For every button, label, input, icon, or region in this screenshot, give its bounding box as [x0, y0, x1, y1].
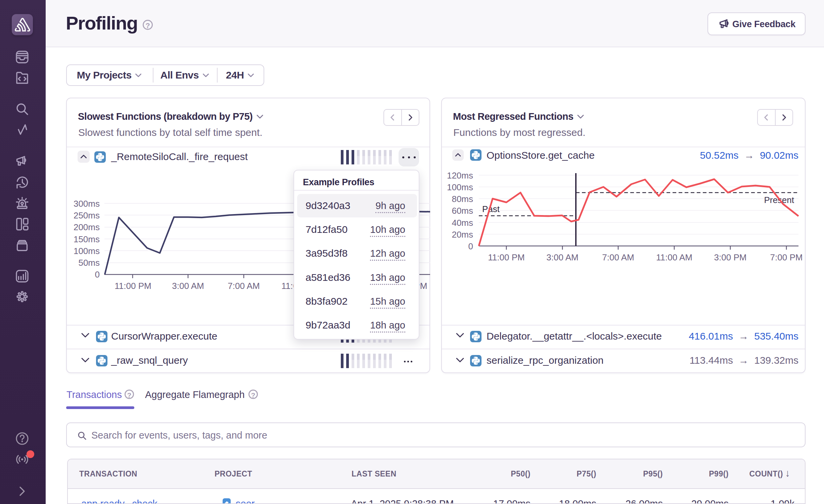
svg-text:3:00 AM: 3:00 AM: [172, 281, 204, 291]
svg-text:60ms: 60ms: [452, 206, 473, 216]
svg-text:80ms: 80ms: [452, 194, 473, 204]
svg-text:120ms: 120ms: [447, 170, 473, 181]
svg-text:300ms: 300ms: [74, 199, 100, 209]
svg-text:7:00 AM: 7:00 AM: [228, 281, 260, 291]
svg-text:0: 0: [468, 241, 473, 251]
svg-text:0: 0: [95, 269, 100, 280]
svg-text:200ms: 200ms: [74, 222, 100, 232]
svg-text:11:00 PM: 11:00 PM: [115, 281, 151, 291]
svg-text:3:00 PM: 3:00 PM: [714, 252, 747, 262]
svg-text:100ms: 100ms: [447, 182, 473, 192]
svg-text:20ms: 20ms: [452, 230, 473, 240]
svg-text:7:00 PM: 7:00 PM: [770, 252, 803, 262]
svg-text:50ms: 50ms: [78, 258, 100, 268]
svg-text:100ms: 100ms: [74, 246, 100, 256]
svg-text:150ms: 150ms: [74, 234, 100, 244]
svg-text:250ms: 250ms: [74, 210, 100, 220]
svg-text:3:00 AM: 3:00 AM: [546, 252, 578, 262]
svg-text:7:00 AM: 7:00 AM: [602, 252, 634, 262]
svg-text:11:00 AM: 11:00 AM: [656, 252, 692, 262]
svg-text:40ms: 40ms: [452, 218, 473, 228]
svg-text:11:00 PM: 11:00 PM: [488, 252, 524, 262]
